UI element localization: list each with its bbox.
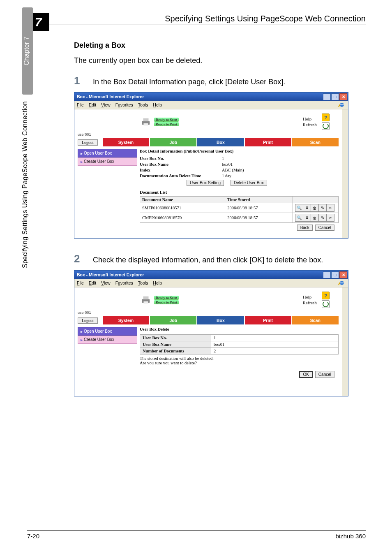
footer-rule [27,530,366,531]
user-id-label: user001 [74,132,342,137]
help-icon[interactable]: ? [322,114,330,121]
back-button[interactable]: Back [297,225,313,231]
svg-rect-4 [143,123,148,126]
document-list-table: Document Name Time Stored SMFP0106080818… [140,196,339,223]
menu-file[interactable]: File [77,102,84,107]
menu-favorites[interactable]: Favorites [115,280,133,285]
menu-edit[interactable]: Edit [89,102,96,107]
label-box-name: User Box Name [140,162,218,167]
value-auto-delete: 1 day [222,174,231,178]
help-link[interactable]: Help [303,116,317,121]
tab-print[interactable]: Print [245,316,291,324]
maximize-button[interactable]: □ [331,271,339,278]
tab-box[interactable]: Box [197,138,244,146]
tab-system[interactable]: System [103,316,149,324]
route-icon[interactable]: ➣ [326,214,334,222]
edit-icon[interactable]: ✎ [318,204,327,212]
ie-title: Box - Microsoft Internet Explorer [77,272,144,277]
delete-info-table: User Box No.1 User Box Namebox01 Number … [140,334,339,354]
tab-box[interactable]: Box [197,316,244,324]
scrollbar[interactable] [342,287,348,396]
cancel-button[interactable]: Cancel [315,371,334,378]
delete-icon[interactable]: 🗑 [311,204,319,212]
ie-titlebar: Box - Microsoft Internet Explorer _ □ ✕ [74,93,348,101]
preview-icon[interactable]: 🔍 [295,214,303,222]
intro-text: The currently open box can be deleted. [74,56,366,65]
svg-rect-3 [143,118,149,121]
menu-help[interactable]: Help [153,102,162,107]
menu-edit[interactable]: Edit [89,280,96,285]
value-index: ABC (Main) [222,168,244,172]
doc-name-cell: SMFP0106080818571 [140,203,225,213]
delete-user-box-button[interactable]: Delete User Box [231,180,267,186]
label-box-no: User Box No. [140,156,218,161]
step-2-number: 2 [74,253,83,265]
step-2-text: Check the displayed information, and the… [93,255,323,265]
value-num-docs: 2 [211,348,339,354]
menu-view[interactable]: View [101,102,111,107]
sidebar-open-user-box[interactable]: Open User Box [78,149,137,158]
tab-scan[interactable]: Scan [292,316,339,324]
download-icon[interactable]: ⬇ [303,214,311,222]
download-icon[interactable]: ⬇ [303,204,311,212]
minimize-button[interactable]: _ [323,271,331,278]
logout-button[interactable]: Logout [78,139,98,146]
minimize-button[interactable]: _ [323,93,331,100]
tab-system[interactable]: System [103,138,149,146]
footer-page-number: 7-20 [27,533,39,540]
refresh-link[interactable]: Refresh [303,122,317,127]
footer-model: bizhub 360 [336,533,366,540]
tab-scan[interactable]: Scan [292,138,339,146]
user-box-setting-button[interactable]: User Box Setting [187,180,224,186]
status-ready-scan: Ready to Scan [154,118,179,122]
help-icon[interactable]: ? [322,292,330,299]
logout-button[interactable]: Logout [78,317,98,324]
ok-button[interactable]: OK [299,371,312,378]
tab-job[interactable]: Job [150,138,196,146]
help-link[interactable]: Help [303,294,317,299]
menu-file[interactable]: File [77,280,84,285]
ie-titlebar: Box - Microsoft Internet Explorer _ □ ✕ [74,271,348,279]
value-box-no: 1 [222,156,224,161]
ie-title: Box - Microsoft Internet Explorer [77,94,144,99]
menu-view[interactable]: View [101,280,111,285]
menu-tools[interactable]: Tools [138,280,148,285]
label-num-docs: Number of Documents [140,348,211,354]
preview-icon[interactable]: 🔍 [295,204,303,212]
running-header: Specifying Settings Using PageScope Web … [165,14,366,23]
screenshot-1: Box - Microsoft Internet Explorer _ □ ✕ … [74,92,348,239]
label-box-no: User Box No. [140,335,211,341]
menu-help[interactable]: Help [153,280,162,285]
delete-icon[interactable]: 🗑 [311,214,319,222]
value-box-name: box01 [222,162,233,167]
refresh-icon[interactable] [322,300,330,308]
refresh-link[interactable]: Refresh [303,300,317,305]
cancel-button[interactable]: Cancel [315,225,334,231]
sidebar-create-user-box[interactable]: Create User Box [78,158,137,166]
table-row: SMFP0106080818571 2006/08/08 18:57 🔍 ⬇ 🗑… [140,203,339,213]
menu-favorites[interactable]: Favorites [115,102,133,107]
svg-rect-9 [143,301,148,304]
sidebar-open-user-box[interactable]: Open User Box [78,327,137,336]
step-1-number: 1 [74,74,83,87]
status-ready-scan: Ready to Scan [154,296,179,300]
refresh-icon[interactable] [322,122,330,130]
header-rule [49,25,366,25]
close-button[interactable]: ✕ [339,271,347,278]
menu-tools[interactable]: Tools [138,102,148,107]
close-button[interactable]: ✕ [339,93,347,100]
sidebar-create-user-box[interactable]: Create User Box [78,336,137,344]
route-icon[interactable]: ➣ [326,204,334,212]
tab-job[interactable]: Job [150,316,196,324]
warning-msg-2: Are you sure you want to delete? [140,361,339,365]
side-chapter-label: Chapter 7 [22,7,33,95]
scrollbar[interactable] [342,109,348,238]
th-doc-name: Document Name [140,197,225,203]
edit-icon[interactable]: ✎ [318,214,327,222]
maximize-button[interactable]: □ [331,93,339,100]
screenshot-2: Box - Microsoft Internet Explorer _ □ ✕ … [74,270,348,396]
label-box-name: User Box Name [140,341,211,348]
ie-logo-icon [337,279,346,287]
document-list-title: Document List [140,190,339,195]
tab-print[interactable]: Print [245,138,291,146]
